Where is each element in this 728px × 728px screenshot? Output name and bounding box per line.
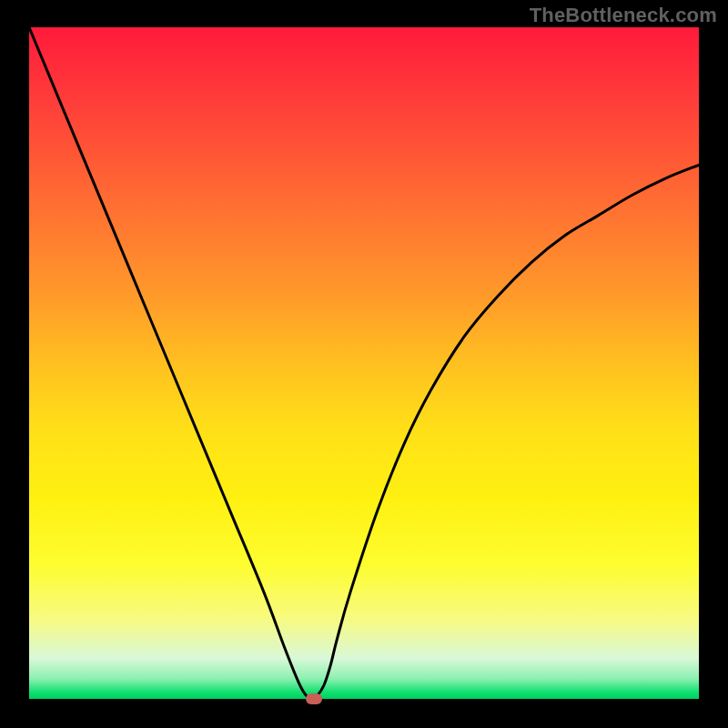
watermark-text: TheBottleneck.com: [530, 4, 717, 27]
curve-layer: [29, 27, 699, 699]
bottleneck-curve: [29, 27, 699, 699]
plot-area: [29, 27, 699, 699]
chart-frame: TheBottleneck.com: [0, 0, 728, 728]
minimum-marker: [306, 693, 322, 704]
